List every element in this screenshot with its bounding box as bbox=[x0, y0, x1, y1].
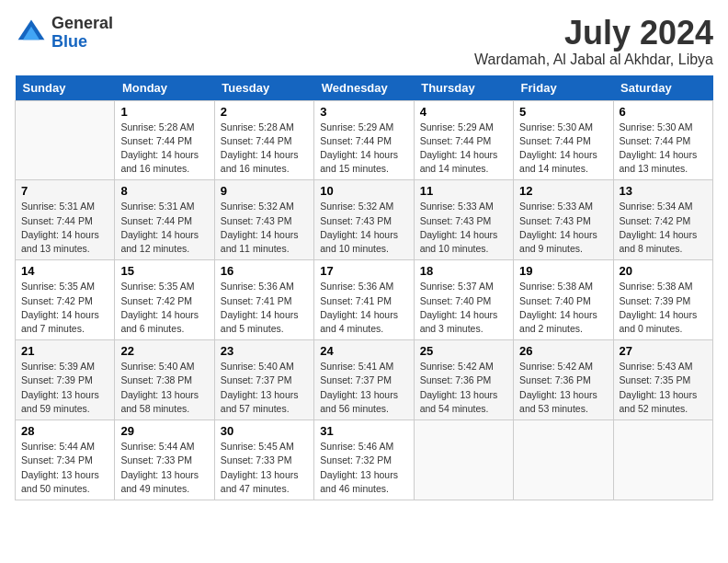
day-info: Sunrise: 5:42 AMSunset: 7:36 PMDaylight:… bbox=[519, 360, 607, 416]
day-number: 12 bbox=[519, 184, 607, 198]
day-number: 26 bbox=[519, 344, 607, 358]
calendar-cell: 20Sunrise: 5:38 AMSunset: 7:39 PMDayligh… bbox=[613, 260, 712, 340]
day-number: 31 bbox=[320, 424, 407, 438]
day-info: Sunrise: 5:30 AMSunset: 7:44 PMDaylight:… bbox=[519, 121, 607, 177]
day-number: 22 bbox=[120, 344, 208, 358]
weekday-header-monday: Monday bbox=[115, 75, 214, 101]
day-info: Sunrise: 5:40 AMSunset: 7:37 PMDaylight:… bbox=[221, 360, 308, 416]
title-area: July 2024 Wardamah, Al Jabal al Akhdar, … bbox=[474, 15, 713, 68]
calendar-cell: 16Sunrise: 5:36 AMSunset: 7:41 PMDayligh… bbox=[214, 260, 313, 340]
day-number: 25 bbox=[420, 344, 507, 358]
day-number: 30 bbox=[221, 424, 308, 438]
day-number: 23 bbox=[221, 344, 308, 358]
day-info: Sunrise: 5:40 AMSunset: 7:38 PMDaylight:… bbox=[120, 360, 208, 416]
day-info: Sunrise: 5:45 AMSunset: 7:33 PMDaylight:… bbox=[221, 440, 308, 496]
day-number: 17 bbox=[320, 264, 407, 278]
week-row-1: 1Sunrise: 5:28 AMSunset: 7:44 PMDaylight… bbox=[16, 100, 713, 180]
weekday-header-thursday: Thursday bbox=[414, 75, 513, 101]
day-number: 19 bbox=[519, 264, 607, 278]
calendar-cell bbox=[414, 420, 513, 500]
weekday-header-row: SundayMondayTuesdayWednesdayThursdayFrid… bbox=[16, 75, 713, 101]
day-info: Sunrise: 5:35 AMSunset: 7:42 PMDaylight:… bbox=[120, 280, 208, 336]
calendar-cell: 11Sunrise: 5:33 AMSunset: 7:43 PMDayligh… bbox=[414, 180, 513, 260]
calendar-cell: 2Sunrise: 5:28 AMSunset: 7:44 PMDaylight… bbox=[214, 100, 313, 180]
week-row-3: 14Sunrise: 5:35 AMSunset: 7:42 PMDayligh… bbox=[16, 260, 713, 340]
day-info: Sunrise: 5:28 AMSunset: 7:44 PMDaylight:… bbox=[221, 121, 308, 177]
calendar-cell: 14Sunrise: 5:35 AMSunset: 7:42 PMDayligh… bbox=[16, 260, 115, 340]
day-info: Sunrise: 5:43 AMSunset: 7:35 PMDaylight:… bbox=[620, 360, 707, 416]
calendar-cell bbox=[16, 100, 115, 180]
calendar-cell: 1Sunrise: 5:28 AMSunset: 7:44 PMDaylight… bbox=[115, 100, 214, 180]
day-info: Sunrise: 5:35 AMSunset: 7:42 PMDaylight:… bbox=[21, 280, 108, 336]
day-number: 10 bbox=[320, 184, 407, 198]
day-number: 20 bbox=[620, 264, 707, 278]
calendar-cell: 7Sunrise: 5:31 AMSunset: 7:44 PMDaylight… bbox=[16, 180, 115, 260]
calendar-cell: 4Sunrise: 5:29 AMSunset: 7:44 PMDaylight… bbox=[414, 100, 513, 180]
day-info: Sunrise: 5:46 AMSunset: 7:32 PMDaylight:… bbox=[320, 440, 407, 496]
day-number: 29 bbox=[120, 424, 208, 438]
month-title: July 2024 bbox=[474, 15, 713, 52]
logo-general: General bbox=[51, 14, 113, 32]
day-number: 8 bbox=[120, 184, 208, 198]
weekday-header-tuesday: Tuesday bbox=[214, 75, 313, 101]
day-number: 14 bbox=[21, 264, 108, 278]
calendar-cell: 29Sunrise: 5:44 AMSunset: 7:33 PMDayligh… bbox=[115, 420, 214, 500]
day-info: Sunrise: 5:30 AMSunset: 7:44 PMDaylight:… bbox=[620, 121, 707, 177]
calendar-cell: 28Sunrise: 5:44 AMSunset: 7:34 PMDayligh… bbox=[16, 420, 115, 500]
day-number: 28 bbox=[21, 424, 108, 438]
day-info: Sunrise: 5:36 AMSunset: 7:41 PMDaylight:… bbox=[320, 280, 407, 336]
day-info: Sunrise: 5:36 AMSunset: 7:41 PMDaylight:… bbox=[221, 280, 308, 336]
week-row-5: 28Sunrise: 5:44 AMSunset: 7:34 PMDayligh… bbox=[16, 420, 713, 500]
weekday-header-sunday: Sunday bbox=[16, 75, 115, 101]
calendar-cell: 30Sunrise: 5:45 AMSunset: 7:33 PMDayligh… bbox=[214, 420, 313, 500]
day-number: 16 bbox=[221, 264, 308, 278]
logo-text: General Blue bbox=[51, 15, 113, 52]
calendar-cell: 19Sunrise: 5:38 AMSunset: 7:40 PMDayligh… bbox=[514, 260, 613, 340]
day-info: Sunrise: 5:31 AMSunset: 7:44 PMDaylight:… bbox=[120, 200, 208, 256]
day-number: 11 bbox=[420, 184, 507, 198]
calendar-cell bbox=[514, 420, 613, 500]
calendar-table: SundayMondayTuesdayWednesdayThursdayFrid… bbox=[15, 75, 713, 500]
day-info: Sunrise: 5:29 AMSunset: 7:44 PMDaylight:… bbox=[320, 121, 407, 177]
day-info: Sunrise: 5:32 AMSunset: 7:43 PMDaylight:… bbox=[320, 200, 407, 256]
calendar-cell: 12Sunrise: 5:33 AMSunset: 7:43 PMDayligh… bbox=[514, 180, 613, 260]
calendar-cell: 26Sunrise: 5:42 AMSunset: 7:36 PMDayligh… bbox=[514, 340, 613, 420]
day-number: 4 bbox=[420, 105, 507, 119]
location-title: Wardamah, Al Jabal al Akhdar, Libya bbox=[474, 52, 713, 68]
day-number: 6 bbox=[620, 105, 707, 119]
logo-icon bbox=[15, 17, 48, 50]
day-info: Sunrise: 5:44 AMSunset: 7:33 PMDaylight:… bbox=[120, 440, 208, 496]
day-number: 21 bbox=[21, 344, 108, 358]
calendar-cell: 5Sunrise: 5:30 AMSunset: 7:44 PMDaylight… bbox=[514, 100, 613, 180]
day-number: 3 bbox=[320, 105, 407, 119]
day-number: 27 bbox=[620, 344, 707, 358]
day-info: Sunrise: 5:42 AMSunset: 7:36 PMDaylight:… bbox=[420, 360, 507, 416]
calendar-cell: 13Sunrise: 5:34 AMSunset: 7:42 PMDayligh… bbox=[613, 180, 712, 260]
calendar-cell: 10Sunrise: 5:32 AMSunset: 7:43 PMDayligh… bbox=[314, 180, 414, 260]
calendar-cell: 18Sunrise: 5:37 AMSunset: 7:40 PMDayligh… bbox=[414, 260, 513, 340]
day-info: Sunrise: 5:33 AMSunset: 7:43 PMDaylight:… bbox=[519, 200, 607, 256]
day-info: Sunrise: 5:31 AMSunset: 7:44 PMDaylight:… bbox=[21, 200, 108, 256]
calendar-cell: 23Sunrise: 5:40 AMSunset: 7:37 PMDayligh… bbox=[214, 340, 313, 420]
day-info: Sunrise: 5:33 AMSunset: 7:43 PMDaylight:… bbox=[420, 200, 507, 256]
day-info: Sunrise: 5:39 AMSunset: 7:39 PMDaylight:… bbox=[21, 360, 108, 416]
day-number: 1 bbox=[120, 105, 208, 119]
weekday-header-wednesday: Wednesday bbox=[314, 75, 414, 101]
calendar-cell: 21Sunrise: 5:39 AMSunset: 7:39 PMDayligh… bbox=[16, 340, 115, 420]
day-info: Sunrise: 5:34 AMSunset: 7:42 PMDaylight:… bbox=[620, 200, 707, 256]
weekday-header-saturday: Saturday bbox=[613, 75, 712, 101]
calendar-cell: 24Sunrise: 5:41 AMSunset: 7:37 PMDayligh… bbox=[314, 340, 414, 420]
day-info: Sunrise: 5:38 AMSunset: 7:40 PMDaylight:… bbox=[519, 280, 607, 336]
day-number: 18 bbox=[420, 264, 507, 278]
calendar-cell: 27Sunrise: 5:43 AMSunset: 7:35 PMDayligh… bbox=[613, 340, 712, 420]
day-number: 15 bbox=[120, 264, 208, 278]
day-number: 13 bbox=[620, 184, 707, 198]
calendar-cell: 22Sunrise: 5:40 AMSunset: 7:38 PMDayligh… bbox=[115, 340, 214, 420]
day-info: Sunrise: 5:38 AMSunset: 7:39 PMDaylight:… bbox=[620, 280, 707, 336]
header: General Blue July 2024 Wardamah, Al Jaba… bbox=[15, 15, 713, 68]
day-number: 2 bbox=[221, 105, 308, 119]
weekday-header-friday: Friday bbox=[514, 75, 613, 101]
day-info: Sunrise: 5:41 AMSunset: 7:37 PMDaylight:… bbox=[320, 360, 407, 416]
calendar-cell: 8Sunrise: 5:31 AMSunset: 7:44 PMDaylight… bbox=[115, 180, 214, 260]
week-row-2: 7Sunrise: 5:31 AMSunset: 7:44 PMDaylight… bbox=[16, 180, 713, 260]
